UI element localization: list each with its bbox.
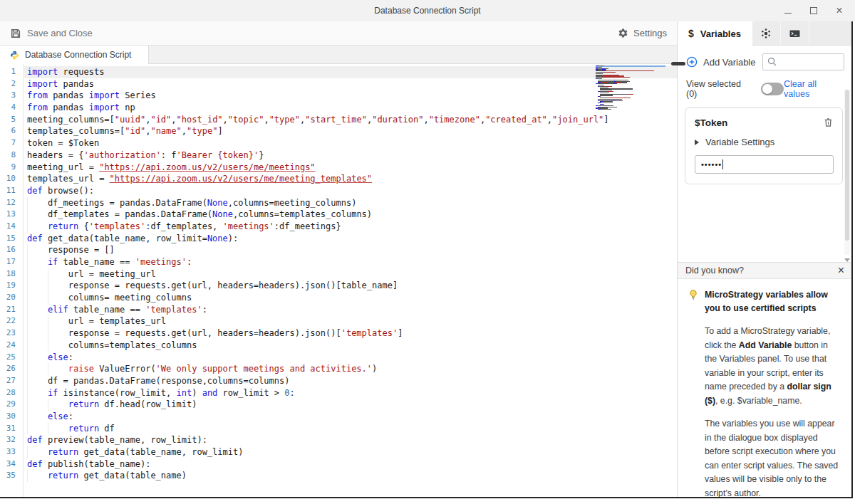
code-line[interactable]: 9meeting_url = "https://api.zoom.us/v2/u…: [0, 162, 677, 174]
code-area: 1import requests2import pandas3from pand…: [0, 64, 677, 482]
line-number: 32: [0, 434, 23, 446]
line-number: 22: [0, 315, 23, 327]
scrollbar-down-arrow[interactable]: [844, 256, 850, 263]
code-line[interactable]: 15def get_data(table_name, row_limit=Non…: [0, 233, 677, 245]
line-number: 34: [0, 458, 23, 471]
variable-settings-expander[interactable]: Variable Settings: [695, 137, 834, 147]
window-title: Database Connection Script: [374, 6, 480, 16]
variable-value-input[interactable]: ••••••: [695, 155, 834, 174]
code-line[interactable]: 7token = $Token: [0, 137, 677, 149]
code-line[interactable]: 27df = pandas.DataFrame(response,columns…: [0, 375, 677, 387]
dollar-icon: $: [688, 28, 694, 39]
line-number: 27: [0, 375, 23, 387]
close-button[interactable]: ×: [834, 5, 845, 16]
save-and-close-label: Save and Close: [27, 28, 93, 38]
view-selected-row: View selected (0) Clear all values: [686, 79, 844, 99]
code-editor[interactable]: 1import requests2import pandas3from pand…: [0, 64, 677, 497]
settings-button[interactable]: Settings: [618, 28, 667, 38]
toolbar-left: Save and Close Settings: [0, 21, 677, 46]
line-number: 5: [0, 114, 23, 126]
line-number: 35: [0, 470, 23, 482]
code-line[interactable]: 21elif table_name == 'templates':: [0, 304, 677, 316]
code-line[interactable]: 35return get_data(table_name): [0, 470, 677, 482]
line-number: 2: [0, 78, 23, 90]
code-line[interactable]: 29return df.head(row_limit): [0, 399, 677, 411]
code-line[interactable]: 4from pandas import np: [0, 102, 677, 114]
code-line[interactable]: 18url = meeting_url: [0, 268, 677, 280]
settings-label: Settings: [633, 28, 667, 38]
code-line[interactable]: 8headers = {'authorization': f'Bearer {t…: [0, 149, 677, 162]
code-line[interactable]: 32def preview(table_name, row_limit):: [0, 434, 677, 446]
code-line[interactable]: 2import pandas: [0, 78, 677, 90]
console-icon: [789, 28, 801, 39]
code-line[interactable]: 16response = []: [0, 244, 677, 256]
code-line[interactable]: 24columns=templates_columns: [0, 340, 677, 352]
code-line[interactable]: 23response = requests.get(url, headers=h…: [0, 327, 677, 340]
code-line[interactable]: 25else:: [0, 352, 677, 364]
line-number: 4: [0, 102, 23, 114]
tab-console[interactable]: [781, 21, 809, 45]
code-line[interactable]: 20columns= meeting_columns: [0, 292, 677, 304]
minimap[interactable]: [596, 65, 665, 110]
clear-all-values-link[interactable]: Clear all values: [784, 79, 844, 99]
code-line[interactable]: 22url = templates_url: [0, 315, 677, 327]
code-line[interactable]: 12df_meetings = pandas.DataFrame(None,co…: [0, 197, 677, 209]
panel-scrollbar[interactable]: [844, 90, 850, 255]
view-selected-label: View selected (0): [686, 79, 754, 99]
dyk-paragraph: The variables you use will appear in the…: [705, 417, 841, 497]
save-and-close-button[interactable]: Save and Close: [10, 28, 93, 39]
line-number: 20: [0, 292, 23, 304]
code-line[interactable]: 26raise ValueError('We only support meet…: [0, 363, 677, 375]
add-variable-button[interactable]: Add Variable: [686, 56, 755, 68]
code-line[interactable]: 13df_templates = pandas.DataFrame(None,c…: [0, 209, 677, 221]
code-line[interactable]: 33return get_data(table_name, row_limit): [0, 446, 677, 458]
scrollbar-thumb[interactable]: [845, 90, 849, 241]
view-selected-toggle[interactable]: [761, 83, 784, 95]
did-you-know-header: Did you know? ×: [678, 263, 851, 279]
did-you-know-close-button[interactable]: ×: [838, 266, 844, 275]
panel-tab-bar: $ Variables: [677, 21, 851, 46]
line-number: 3: [0, 90, 23, 102]
code-line[interactable]: 17if table_name == 'meetings':: [0, 256, 677, 268]
code-line[interactable]: 30else:: [0, 411, 677, 423]
variables-panel: Add Variable View selected (0): [677, 46, 851, 497]
line-number: 33: [0, 446, 23, 458]
maximize-icon: [810, 7, 817, 14]
line-number: 16: [0, 244, 23, 256]
code-line[interactable]: 34def publish(table_name):: [0, 458, 677, 471]
tab-variables[interactable]: $ Variables: [678, 21, 752, 46]
code-line[interactable]: 31return df: [0, 423, 677, 435]
trash-icon: [823, 117, 834, 128]
toolbar: Save and Close Settings $ Variables: [0, 21, 851, 46]
add-variable-label: Add Variable: [703, 57, 755, 68]
tab-packages[interactable]: [752, 21, 781, 45]
minimize-button[interactable]: [782, 5, 794, 16]
variable-name: $Token: [695, 117, 727, 128]
line-number: 15: [0, 233, 23, 245]
line-number: 29: [0, 399, 23, 411]
add-variable-row: Add Variable: [686, 53, 844, 70]
line-number: 19: [0, 280, 23, 292]
delete-variable-button[interactable]: [823, 117, 834, 128]
line-number: 28: [0, 387, 23, 399]
search-box: [762, 53, 844, 70]
code-line[interactable]: 14return {'templates':df_templates, 'mee…: [0, 221, 677, 233]
line-number: 26: [0, 363, 23, 375]
tab-strip: Database Connection Script: [0, 46, 677, 64]
code-line[interactable]: 19response = requests.get(url, headers=h…: [0, 280, 677, 292]
lightbulb-icon: [688, 289, 699, 300]
panel-icon-tabs: [752, 21, 851, 46]
splitter-grip[interactable]: [671, 62, 685, 65]
code-line[interactable]: 28if isinstance(row_limit, int) and row_…: [0, 387, 677, 399]
code-line[interactable]: 10templates_url = "https://api.zoom.us/v…: [0, 173, 677, 185]
code-line[interactable]: 6templates_columns=["id","name","type"]: [0, 125, 677, 137]
code-line[interactable]: 11def browse():: [0, 185, 677, 197]
code-line[interactable]: 5meeting_columns=["uuid","id","host_id",…: [0, 114, 677, 126]
code-line[interactable]: 3from pandas import Series: [0, 90, 677, 102]
dyk-paragraph: To add a MicroStrategy variable, click t…: [705, 325, 841, 408]
variable-card-token: $Token Variable Settings: [685, 107, 843, 184]
line-number: 17: [0, 256, 23, 268]
code-line[interactable]: 1import requests: [0, 66, 677, 78]
tab-database-connection-script[interactable]: Database Connection Script: [0, 46, 149, 64]
maximize-button[interactable]: [808, 5, 819, 16]
